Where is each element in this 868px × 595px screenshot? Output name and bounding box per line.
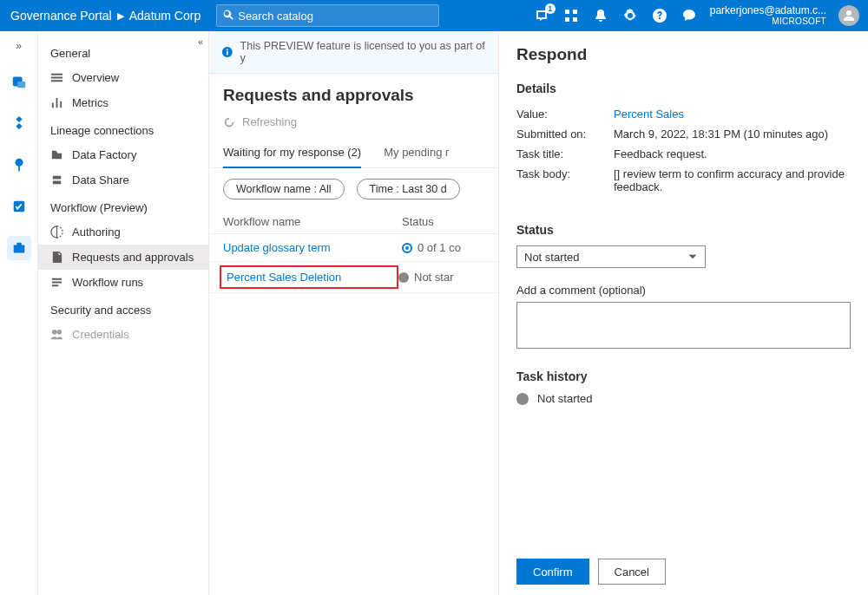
- org-label: MICROSOFT: [772, 16, 826, 26]
- search-icon: [222, 9, 234, 23]
- cancel-button[interactable]: Cancel: [598, 559, 666, 585]
- refresh-indicator: Refreshing: [209, 110, 498, 137]
- table-header: Workflow name Status: [209, 210, 498, 234]
- svg-rect-6: [16, 243, 21, 246]
- tab-pending[interactable]: My pending r: [384, 137, 449, 167]
- svg-rect-3: [18, 166, 20, 171]
- filters: Workflow name : All Time : Last 30 d: [209, 168, 498, 210]
- tabs: Waiting for my response (2) My pending r: [209, 137, 498, 168]
- preview-banner: This PREVIEW feature is licensed to you …: [209, 31, 498, 74]
- chevron-right-icon: ▶: [117, 10, 124, 22]
- page-title: Requests and approvals: [209, 74, 498, 110]
- panel-title: Respond: [516, 45, 851, 64]
- sidebar-section-workflow: Workflow (Preview): [38, 193, 208, 219]
- brand[interactable]: Governance Portal: [0, 9, 112, 23]
- sidebar-item-requests[interactable]: Requests and approvals: [38, 245, 208, 270]
- filter-time[interactable]: Time : Last 30 d: [357, 179, 460, 199]
- rail-item-workflow[interactable]: [7, 236, 31, 260]
- svg-point-2: [15, 159, 23, 167]
- confirm-button[interactable]: Confirm: [516, 559, 589, 585]
- expand-rail-icon[interactable]: »: [16, 40, 22, 52]
- sidebar-item-data-factory[interactable]: Data Factory: [38, 142, 208, 167]
- notification-badge: 1: [545, 3, 556, 14]
- bell-icon[interactable]: [592, 7, 609, 24]
- status-dot-icon: [398, 272, 409, 283]
- history-item: Not started: [516, 392, 851, 405]
- tab-waiting[interactable]: Waiting for my response (2): [223, 137, 361, 167]
- user-block[interactable]: parkerjones@adatum.c... MICROSOFT: [710, 5, 826, 26]
- col-status: Status: [402, 215, 484, 228]
- row-link[interactable]: Update glossary term: [223, 241, 402, 254]
- svg-rect-5: [13, 245, 24, 252]
- rail-item-2[interactable]: [7, 111, 31, 135]
- sidebar-item-metrics[interactable]: Metrics: [38, 90, 208, 115]
- value-link[interactable]: Percent Sales: [614, 108, 851, 121]
- search-input[interactable]: Search catalog: [216, 4, 439, 27]
- sidebar-section-security: Security and access: [38, 295, 208, 322]
- sidebar-item-data-share[interactable]: Data Share: [38, 167, 208, 193]
- details-heading: Details: [516, 82, 851, 95]
- collapse-sidebar-icon[interactable]: «: [198, 36, 203, 47]
- sidebar-item-runs[interactable]: Workflow runs: [38, 270, 208, 295]
- user-email: parkerjones@adatum.c...: [710, 5, 826, 16]
- rail-item-4[interactable]: [7, 194, 31, 219]
- top-bar: Governance Portal ▶ Adatum Corp Search c…: [0, 0, 868, 31]
- status-dot-icon: [516, 393, 529, 405]
- status-heading: Status: [516, 223, 851, 237]
- col-name: Workflow name: [223, 215, 402, 228]
- table-row[interactable]: Percent Sales Deletion Not star: [209, 262, 498, 293]
- table-row[interactable]: Update glossary term 0 of 1 co: [209, 234, 498, 262]
- status-ring-icon: [402, 243, 412, 253]
- gear-icon[interactable]: [621, 7, 639, 24]
- breadcrumb[interactable]: Adatum Corp: [129, 9, 201, 23]
- svg-rect-1: [17, 82, 25, 88]
- sidebar-section-lineage: Lineage connections: [38, 115, 208, 142]
- avatar[interactable]: [838, 5, 859, 26]
- rail-item-1[interactable]: [7, 69, 31, 94]
- apps-icon[interactable]: [562, 7, 580, 24]
- comment-label: Add a comment (optional): [516, 284, 851, 297]
- row-link-highlight[interactable]: Percent Sales Deletion: [220, 265, 398, 289]
- nav-rail: »: [0, 31, 38, 595]
- svg-rect-9: [227, 49, 228, 51]
- feedback-icon[interactable]: [681, 7, 698, 24]
- task-history-heading: Task history: [516, 369, 851, 383]
- help-icon[interactable]: [651, 7, 668, 24]
- sidebar-item-authoring[interactable]: Authoring: [38, 219, 208, 245]
- status-select[interactable]: Not started: [516, 245, 706, 268]
- main-content: This PREVIEW feature is licensed to you …: [209, 31, 498, 595]
- sidebar-item-overview[interactable]: Overview: [38, 65, 208, 90]
- search-placeholder: Search catalog: [234, 10, 433, 23]
- svg-rect-8: [227, 51, 228, 55]
- chevron-down-icon: [687, 252, 698, 262]
- spinner-icon: [223, 116, 235, 128]
- sidebar-item-credentials[interactable]: Credentials: [38, 322, 208, 347]
- filter-workflow[interactable]: Workflow name : All: [223, 179, 345, 199]
- rail-item-3[interactable]: [7, 153, 31, 177]
- comment-input[interactable]: [516, 302, 851, 349]
- info-icon: [221, 46, 233, 58]
- inbox-icon[interactable]: 1: [533, 7, 550, 24]
- respond-panel: Respond Details Value:Percent Sales Subm…: [498, 31, 868, 595]
- sidebar-section-general: General: [38, 38, 208, 65]
- sidebar: « General Overview Metrics Lineage conne…: [38, 31, 209, 595]
